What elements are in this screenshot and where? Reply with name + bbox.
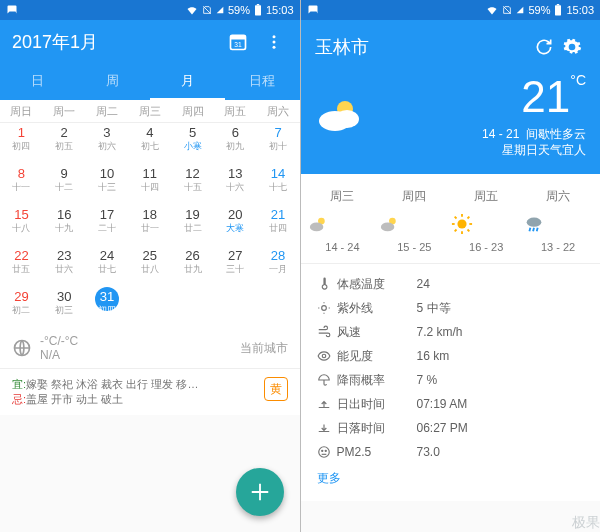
almanac-panel[interactable]: 宜:嫁娶 祭祀 沐浴 裁衣 出行 理发 移… 忌:盖屋 开市 动土 破土 黄 — [0, 368, 300, 415]
day-lunar: 初四 — [0, 140, 43, 152]
calendar-day[interactable]: 13十六 — [214, 164, 257, 205]
settings-button[interactable] — [558, 33, 586, 61]
ji-text: 盖屋 开市 动土 破土 — [26, 393, 123, 405]
day-lunar: 初二 — [0, 304, 43, 316]
detail-row: 日出时间07:19 AM — [317, 392, 585, 416]
calendar-day[interactable]: 19廿二 — [171, 205, 214, 246]
calendar-day — [128, 287, 171, 328]
tab-agenda[interactable]: 日程 — [225, 64, 300, 100]
calendar-day[interactable]: 5小寒 — [171, 123, 214, 164]
calendar-day[interactable]: 24廿七 — [86, 246, 129, 287]
forecast-range: 13 - 22 — [522, 241, 594, 253]
today-button[interactable]: 31 — [224, 28, 252, 56]
notif-icon — [6, 4, 18, 16]
calendar-day[interactable]: 9十二 — [43, 164, 86, 205]
weather-header: 玉林市 21°C 14 - 21 间歇性多云 星期日天气宜人 — [301, 20, 601, 174]
svg-point-27 — [527, 218, 542, 227]
detail-label: 日出时间 — [337, 396, 385, 413]
day-num: 22 — [0, 248, 43, 263]
refresh-button[interactable] — [530, 33, 558, 61]
svg-rect-10 — [557, 4, 559, 5]
more-link[interactable]: 更多 — [317, 464, 585, 493]
day-num: 28 — [257, 248, 300, 263]
tab-week[interactable]: 周 — [75, 64, 150, 100]
calendar-title: 2017年1月 — [12, 30, 216, 54]
calendar-day[interactable]: 17二十 — [86, 205, 129, 246]
status-bar: 59% 15:03 — [301, 0, 601, 20]
detail-value: 06:27 PM — [417, 421, 468, 435]
calendar-day[interactable]: 3初六 — [86, 123, 129, 164]
calendar-day[interactable]: 12十五 — [171, 164, 214, 205]
svg-point-18 — [458, 219, 467, 228]
day-lunar: 廿九 — [171, 263, 214, 275]
forecast-day[interactable]: 周五16 - 23 — [450, 188, 522, 253]
detail-label: 日落时间 — [337, 420, 385, 437]
day-lunar: 十六 — [214, 181, 257, 193]
day-lunar: 初七 — [128, 140, 171, 152]
calendar-day[interactable]: 28一月 — [257, 246, 300, 287]
svg-point-32 — [322, 354, 326, 358]
detail-value: 16 km — [417, 349, 450, 363]
forecast-day[interactable]: 周四15 - 25 — [378, 188, 450, 253]
calendar-day[interactable]: 2初五 — [43, 123, 86, 164]
calendar-day[interactable]: 7初十 — [257, 123, 300, 164]
day-num: 14 — [257, 166, 300, 181]
calendar-day[interactable]: 23廿六 — [43, 246, 86, 287]
calendar-day — [257, 287, 300, 328]
calendar-day[interactable]: 15十八 — [0, 205, 43, 246]
dow-label: 周日 — [0, 104, 43, 119]
dow-label: 周六 — [257, 104, 300, 119]
add-event-fab[interactable] — [236, 468, 284, 516]
calendar-day[interactable]: 27三十 — [214, 246, 257, 287]
day-lunar: 大寒 — [214, 222, 257, 234]
tab-month[interactable]: 月 — [150, 64, 225, 100]
detail-label: 风速 — [337, 324, 361, 341]
city-weather-strip[interactable]: -°C/-°C N/A 当前城市 — [0, 328, 300, 368]
calendar-day[interactable]: 22廿五 — [0, 246, 43, 287]
forecast-day[interactable]: 周三14 - 24 — [307, 188, 379, 253]
calendar-day[interactable]: 10十三 — [86, 164, 129, 205]
weather-details: 体感温度24紫外线5 中等风速7.2 km/h能见度16 km降雨概率7 %日出… — [301, 264, 601, 501]
detail-label: 能见度 — [337, 348, 373, 365]
calendar-day[interactable]: 8十一 — [0, 164, 43, 205]
calendar-day[interactable]: 18廿一 — [128, 205, 171, 246]
city-name[interactable]: 玉林市 — [315, 35, 531, 59]
city-sub: N/A — [40, 348, 232, 362]
calendar-day[interactable]: 4初七 — [128, 123, 171, 164]
calendar-day[interactable]: 6初九 — [214, 123, 257, 164]
calendar-day[interactable]: 30初三 — [43, 287, 86, 328]
signal-icon — [216, 4, 224, 16]
forecast-day[interactable]: 周六13 - 22 — [522, 188, 594, 253]
svg-point-6 — [272, 41, 275, 44]
detail-row: 风速7.2 km/h — [317, 320, 585, 344]
sim-off-icon — [502, 4, 512, 16]
calendar-day[interactable]: 29初二 — [0, 287, 43, 328]
calendar-day[interactable]: 1初四 — [0, 123, 43, 164]
calendar-day[interactable]: 25廿八 — [128, 246, 171, 287]
svg-line-26 — [468, 217, 470, 219]
tab-day[interactable]: 日 — [0, 64, 75, 100]
calendar-day[interactable]: 11十四 — [128, 164, 171, 205]
day-lunar: 小寒 — [171, 140, 214, 152]
calendar-day[interactable]: 14十七 — [257, 164, 300, 205]
city-temp: -°C/-°C — [40, 334, 232, 348]
detail-row: 能见度16 km — [317, 344, 585, 368]
calendar-day[interactable]: 21廿四 — [257, 205, 300, 246]
menu-overflow-icon[interactable] — [260, 28, 288, 56]
forecast-dayname: 周五 — [450, 188, 522, 205]
yi-text: 嫁娶 祭祀 沐浴 裁衣 出行 理发 移… — [26, 378, 198, 390]
svg-line-23 — [455, 217, 457, 219]
detail-value: 73.0 — [417, 445, 440, 459]
dow-label: 周五 — [214, 104, 257, 119]
svg-point-5 — [272, 35, 275, 38]
calendar-day[interactable]: 16十九 — [43, 205, 86, 246]
calendar-day[interactable]: 31初四 — [86, 287, 129, 328]
day-lunar: 初十 — [257, 140, 300, 152]
globe-icon — [12, 338, 32, 358]
therm-icon — [317, 277, 331, 291]
day-num: 18 — [128, 207, 171, 222]
day-lunar: 廿四 — [257, 222, 300, 234]
calendar-day[interactable]: 20大寒 — [214, 205, 257, 246]
detail-row: PM2.573.0 — [317, 440, 585, 464]
calendar-day[interactable]: 26廿九 — [171, 246, 214, 287]
